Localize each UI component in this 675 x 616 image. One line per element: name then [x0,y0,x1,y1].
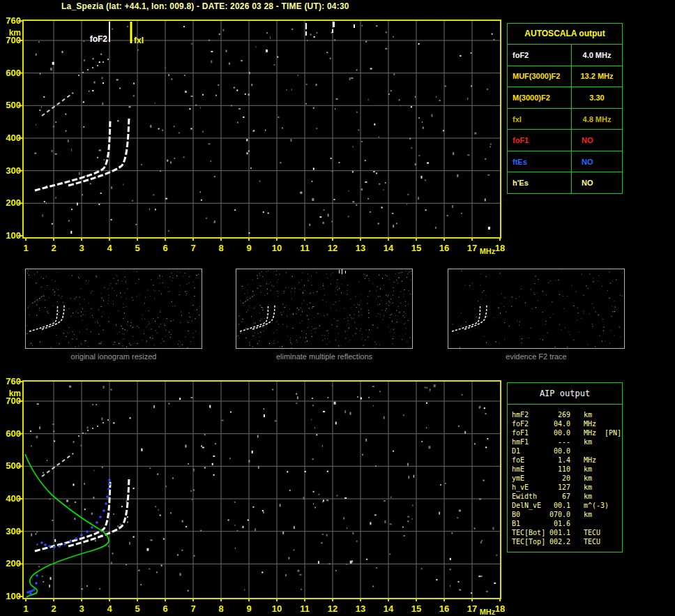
y-tick-label: 760 [6,377,21,386]
autoscala-param-value: NO [572,136,622,144]
aip-row-foF2: foF204.0MHz [512,419,622,428]
aip-rows: hmF2269kmfoF204.0MHzfoF100.0MHz[PN]hmF1-… [508,405,622,546]
autoscala-row-foF1: foF1NO [508,130,622,151]
x-tick-label: 14 [384,603,394,614]
noise-layer [34,22,494,234]
autoscala-param-label: MUF(3000)F2 [508,66,572,87]
aip-unit-text: km [584,483,592,491]
x-tick-label: 16 [439,243,449,253]
aip-param-label: B1 [512,519,548,528]
aip-row-h_vE: h_vE127km [512,483,622,492]
autoscala-row-foF2: foF24.0 MHz [508,45,622,66]
axis-labels: 123456789101112131415161718MHz7607006005… [6,377,505,616]
x-tick-label: 2 [51,603,56,614]
x-tick-label: 6 [162,243,167,253]
autoscala-row-ftEs: ftEsNO [508,151,622,173]
x-tick-label: 3 [79,243,84,253]
autoscala-row-MUF(3000)F2: MUF(3000)F213.2 MHz [508,66,622,88]
y-tick-label: 300 [6,165,21,176]
aip-param-unit: MHz [570,419,622,428]
aip-row-B1: B101.6 [512,519,622,528]
x-tick-label: 15 [411,243,421,253]
aip-panel-title: AIP output [508,383,622,405]
bottom-ionogram-plot: 123456789101112131415161718MHz7607006005… [0,377,505,616]
y-tick-label: 100 [6,591,21,601]
x-tick-label: 5 [135,603,139,614]
autoscala-row-fxI: fxI4.8 MHz [508,109,622,130]
aip-param-unit: km [570,492,622,501]
aip-param-value: 67 [548,492,570,501]
x-tick-label: 11 [300,243,310,253]
x-tick-label: 1 [23,243,28,253]
x-tick-label: 13 [356,603,365,614]
plot-border [23,20,501,238]
aip-param-label: Ewidth [512,492,548,501]
aip-param-label: hmF1 [512,437,548,446]
y-axis-unit-label: km [9,28,21,38]
aip-param-value: 269 [548,410,570,419]
y-tick-label: 500 [6,100,21,110]
y-tick-label: 400 [6,493,21,504]
aip-unit-text: MHz [584,429,596,437]
axis-ticks [18,382,500,601]
x-tick-label: 7 [190,603,195,614]
thumbnail-original-ionogram [25,269,202,349]
aip-param-value: 01.6 [548,519,570,528]
fxi-marker-label: fxI [134,36,144,45]
aip-unit-text: km [584,438,592,446]
aip-param-value: 070.0 [548,510,570,519]
top-ionogram-plot: foF2fxI123456789101112131415161718MHz760… [0,15,505,258]
autoscala-param-label: fxI [508,109,572,130]
aip-unit-text: TECU [584,538,600,546]
y-tick-label: 600 [6,68,21,78]
x-trace [68,117,129,186]
y-tick-label: 500 [6,460,21,471]
aip-unit-text: km [584,493,592,500]
x-tick-label: 17 [467,603,477,614]
aip-row-DelN_vE: DelN_vE00.1m^(-3) [512,501,622,510]
aip-param-label: hmF2 [512,410,548,419]
aip-unit-text: MHz [584,420,596,428]
autoscala-app-window: La_Spezia (lat: +44.1, lon: 009.8) - DAT… [0,0,675,616]
thumbnail-eliminate-reflections [236,269,413,349]
aip-unit-text: km [584,474,592,482]
aip-unit-text: km [584,411,592,419]
o-trace [35,120,110,190]
y-tick-label: 600 [6,428,21,439]
x-tick-label: 8 [218,243,223,253]
x-tick-label: 6 [162,603,167,614]
x-tick-label: 3 [79,603,84,614]
autoscala-param-value: 13.2 MHz [572,72,622,80]
aip-param-unit: km [570,410,622,419]
aip-row-hmF2: hmF2269km [512,410,622,419]
aip-param-label: foF1 [512,428,548,437]
grid-layer [24,21,500,237]
x-tick-label: 12 [328,603,338,614]
aip-param-value: 002.2 [548,537,570,546]
aip-param-value: 00.0 [548,446,570,456]
x-tick-label: 14 [384,243,394,253]
aip-param-value: 04.0 [548,419,570,428]
o-trace [35,481,110,551]
autoscala-row-h'Es: h'EsNO [508,172,622,193]
aip-param-label: TEC[Bot] [512,528,548,537]
x-tick-label: 17 [467,243,477,253]
x-tick-label: 4 [107,243,112,253]
thumbnail-caption: eliminate multiple reflections [234,352,415,361]
x-tick-label: 2 [51,243,56,253]
x-tick-label: 9 [246,243,251,253]
y-tick-label: 400 [6,133,21,143]
autoscala-param-label: h'Es [508,172,572,193]
aip-unit-text: m^(-3) [584,502,609,509]
second-hop-trace [42,59,109,116]
aip-param-unit: km [570,437,622,446]
aip-param-value: 127 [548,483,570,492]
aip-param-label: ymE [512,474,548,483]
aip-row-foF1: foF100.0MHz[PN] [512,428,622,437]
aip-param-value: 20 [548,474,570,483]
aip-param-unit: m^(-3) [570,501,622,510]
aip-param-unit: km [570,510,622,519]
autoscala-param-value: 4.8 MHz [572,115,622,123]
y-tick-label: 100 [6,230,21,241]
autoscala-row-M(3000)F2: M(3000)F23.30 [508,87,622,109]
